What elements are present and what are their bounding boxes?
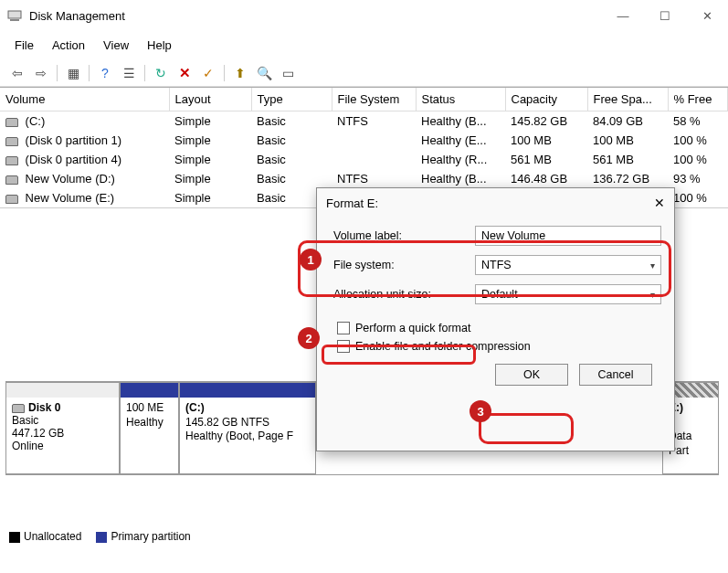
compression-checkbox[interactable]: Enable file and folder compression xyxy=(337,340,661,353)
separator xyxy=(57,65,58,81)
col-status[interactable]: Status xyxy=(416,88,505,111)
legend-swatch-unallocated xyxy=(9,532,20,543)
menu-action[interactable]: Action xyxy=(45,35,92,56)
dialog-close-icon[interactable]: ✕ xyxy=(654,196,665,210)
window-controls: — ☐ ✕ xyxy=(602,1,728,30)
menu-help[interactable]: Help xyxy=(140,35,179,56)
refresh-icon[interactable]: ↻ xyxy=(151,63,171,83)
partition-block[interactable]: 100 MEHealthy xyxy=(120,382,179,474)
separator xyxy=(224,65,225,81)
table-header-row: Volume Layout Type File System Status Ca… xyxy=(0,88,728,111)
col-pctfree[interactable]: % Free xyxy=(668,88,728,111)
col-free[interactable]: Free Spa... xyxy=(587,88,668,111)
forward-icon[interactable]: ⇨ xyxy=(31,63,51,83)
close-button[interactable]: ✕ xyxy=(686,1,728,30)
disk-icon: Disk 0 xyxy=(12,401,113,414)
delete-icon[interactable]: ✕ xyxy=(174,63,195,83)
search-icon[interactable]: 🔍 xyxy=(254,63,274,83)
table-row[interactable]: New Volume (D:)SimpleBasicNTFSHealthy (B… xyxy=(0,169,728,188)
svg-rect-1 xyxy=(10,19,19,21)
list-view-icon[interactable]: ☰ xyxy=(119,63,139,83)
checkbox-icon xyxy=(337,322,350,334)
separator xyxy=(144,65,145,81)
legend-swatch-primary xyxy=(96,532,107,543)
col-type[interactable]: Type xyxy=(251,88,332,111)
minimize-button[interactable]: — xyxy=(602,1,644,30)
menubar: File Action View Help xyxy=(0,31,728,59)
file-system-select[interactable]: NTFS▾ xyxy=(475,255,661,275)
legend: Unallocated Primary partition xyxy=(9,530,191,543)
col-filesystem[interactable]: File System xyxy=(332,88,416,111)
upload-icon[interactable]: ⬆ xyxy=(230,63,250,83)
svg-rect-0 xyxy=(8,11,21,18)
maximize-button[interactable]: ☐ xyxy=(644,1,686,30)
format-dialog: Format E: ✕ Volume label: New Volume Fil… xyxy=(316,187,675,451)
properties-icon[interactable]: ✓ xyxy=(198,63,218,83)
volume-label-label: Volume label: xyxy=(333,229,475,242)
col-volume[interactable]: Volume xyxy=(0,88,169,111)
table-row[interactable]: (Disk 0 partition 4)SimpleBasicHealthy (… xyxy=(0,150,728,169)
back-icon[interactable]: ⇦ xyxy=(7,63,27,83)
col-layout[interactable]: Layout xyxy=(169,88,251,111)
dialog-titlebar[interactable]: Format E: ✕ xyxy=(317,188,674,218)
table-row[interactable]: (Disk 0 partition 1)SimpleBasicHealthy (… xyxy=(0,131,728,150)
app-icon xyxy=(7,8,22,23)
menu-file[interactable]: File xyxy=(7,35,41,56)
window-icon[interactable]: ▭ xyxy=(278,63,298,83)
help-icon[interactable]: ? xyxy=(95,63,115,83)
file-system-label: File system: xyxy=(333,259,475,271)
cancel-button[interactable]: Cancel xyxy=(579,364,652,386)
allocation-unit-label: Allocation unit size: xyxy=(333,288,475,301)
toolbar: ⇦ ⇨ ▦ ? ☰ ↻ ✕ ✓ ⬆ 🔍 ▭ xyxy=(0,59,728,87)
menu-view[interactable]: View xyxy=(96,35,136,56)
checkbox-icon xyxy=(337,340,350,353)
disk-summary[interactable]: Disk 0 Basic 447.12 GB Online xyxy=(5,382,120,474)
window-title: Disk Management xyxy=(29,9,125,23)
separator xyxy=(89,65,90,81)
partition-block[interactable]: (C:)145.82 GB NTFSHealthy (Boot, Page F xyxy=(179,382,316,474)
chevron-down-icon: ▾ xyxy=(650,290,655,300)
volume-label-input[interactable]: New Volume xyxy=(475,226,661,246)
allocation-unit-select[interactable]: Default▾ xyxy=(475,284,661,304)
quick-format-checkbox[interactable]: Perform a quick format xyxy=(337,322,661,334)
ok-button[interactable]: OK xyxy=(495,364,568,386)
details-view-icon[interactable]: ▦ xyxy=(63,63,83,83)
titlebar: Disk Management — ☐ ✕ xyxy=(0,0,728,31)
chevron-down-icon: ▾ xyxy=(650,260,655,271)
col-capacity[interactable]: Capacity xyxy=(505,88,587,111)
dialog-title: Format E: xyxy=(326,196,378,210)
table-row[interactable]: (C:)SimpleBasicNTFSHealthy (B...145.82 G… xyxy=(0,111,728,132)
